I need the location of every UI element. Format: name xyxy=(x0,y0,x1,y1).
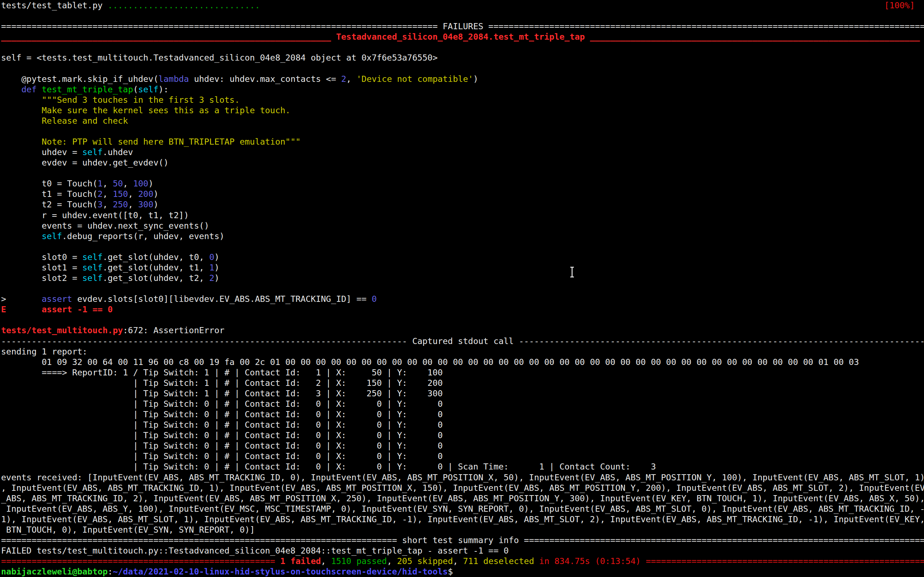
terminal-line xyxy=(1,126,924,137)
terminal-line: slot0 = self.get_slot(uhdev, t0, 0) xyxy=(1,252,924,263)
terminal-line: | Tip Switch: 0 | # | Contact Id: 0 | X:… xyxy=(1,399,924,409)
terminal-line: r = uhdev.event([t0, t1, t2]) xyxy=(1,210,924,221)
terminal-line xyxy=(1,11,924,21)
terminal-line: _ABS, ABS_MT_TRACKING_ID, 2), InputEvent… xyxy=(1,493,924,504)
terminal-line: | Tip Switch: 1 | # | Contact Id: 3 | X:… xyxy=(1,388,924,399)
terminal-line: Make sure the kernel sees this as a trip… xyxy=(1,105,924,116)
terminal-line: t2 = Touch(3, 250, 300) xyxy=(1,200,924,210)
terminal-line: FAILED tests/test_multitouch.py::Testadv… xyxy=(1,546,924,556)
terminal-line: t1 = Touch(2, 150, 200) xyxy=(1,189,924,200)
terminal-line: BTN_TOUCH, 0), InputEvent(EV_SYN, SYN_RE… xyxy=(1,525,924,535)
terminal-line: 1), InputEvent(EV_ABS, ABS_MT_SLOT, 1), … xyxy=(1,514,924,525)
terminal-line xyxy=(1,168,924,179)
terminal-line: events received: [InputEvent(EV_ABS, ABS… xyxy=(1,472,924,483)
terminal-line: events = uhdev.next_sync_events() xyxy=(1,221,924,231)
terminal-line xyxy=(1,242,924,252)
terminal-line: self.debug_reports(r, uhdev, events) xyxy=(1,231,924,242)
terminal-line: slot1 = self.get_slot(uhdev, t1, 1) xyxy=(1,263,924,273)
terminal-line: | Tip Switch: 1 | # | Contact Id: 2 | X:… xyxy=(1,378,924,388)
terminal-line: sending 1 report: xyxy=(1,347,924,357)
terminal-line: | Tip Switch: 0 | # | Contact Id: 0 | X:… xyxy=(1,420,924,430)
ibeam-text-cursor-icon xyxy=(569,266,575,278)
terminal-line: ________________________________________… xyxy=(1,32,924,42)
terminal-line: self = <tests.test_multitouch.Testadvanc… xyxy=(1,53,924,63)
terminal-line: def test_mt_triple_tap(self): xyxy=(1,84,924,95)
terminal-line: Note: PTP will send here BTN_TRIPLETAP e… xyxy=(1,137,924,147)
terminal-screen[interactable]: tests/test_tablet.py ...................… xyxy=(0,0,924,577)
terminal-line: ========================================… xyxy=(1,535,924,546)
terminal-line xyxy=(1,42,924,53)
terminal-line: , InputEvent(EV_ABS, ABS_MT_TRACKING_ID,… xyxy=(1,483,924,493)
terminal-line: nabijaczleweli@babtop:~/data/2021-02-10-… xyxy=(1,567,924,577)
terminal-line: tests/test_tablet.py ...................… xyxy=(1,0,924,11)
terminal-line: Release and check xyxy=(1,116,924,126)
terminal-line: evdev = uhdev.get_evdev() xyxy=(1,158,924,168)
terminal-output: tests/test_tablet.py ...................… xyxy=(0,0,924,577)
terminal-line: InputEvent(EV_ABS, ABS_Y, 100), InputEve… xyxy=(1,504,924,514)
terminal-line: """Send 3 touches in the first 3 slots. xyxy=(1,95,924,105)
terminal-line: | Tip Switch: 0 | # | Contact Id: 0 | X:… xyxy=(1,451,924,462)
terminal-line: > assert evdev.slots[slot0][libevdev.EV_… xyxy=(1,294,924,305)
terminal-line: ====> ReportID: 1 / Tip Switch: 1 | # | … xyxy=(1,367,924,378)
terminal-line: | Tip Switch: 0 | # | Contact Id: 0 | X:… xyxy=(1,409,924,420)
terminal-line: | Tip Switch: 0 | # | Contact Id: 0 | X:… xyxy=(1,430,924,441)
terminal-line xyxy=(1,284,924,294)
terminal-line: | Tip Switch: 0 | # | Contact Id: 0 | X:… xyxy=(1,462,924,472)
terminal-line: slot2 = self.get_slot(uhdev, t2, 2) xyxy=(1,273,924,284)
terminal-line: E assert -1 == 0 xyxy=(1,305,924,315)
terminal-line: ----------------------------------------… xyxy=(1,336,924,347)
terminal-line: | Tip Switch: 0 | # | Contact Id: 0 | X:… xyxy=(1,441,924,451)
terminal-line: t0 = Touch(1, 50, 100) xyxy=(1,179,924,189)
terminal-line xyxy=(1,63,924,74)
terminal-line: tests/test_multitouch.py:672: AssertionE… xyxy=(1,325,924,336)
terminal-line: @pytest.mark.skip_if_uhdev(lambda uhdev:… xyxy=(1,74,924,84)
terminal-line: 01 09 32 00 64 00 11 96 00 c8 00 19 fa 0… xyxy=(1,357,924,367)
terminal-line: uhdev = self.uhdev xyxy=(1,147,924,158)
terminal-line: ========================================… xyxy=(1,21,924,32)
terminal-line: ========================================… xyxy=(1,556,924,567)
terminal-line xyxy=(1,315,924,325)
